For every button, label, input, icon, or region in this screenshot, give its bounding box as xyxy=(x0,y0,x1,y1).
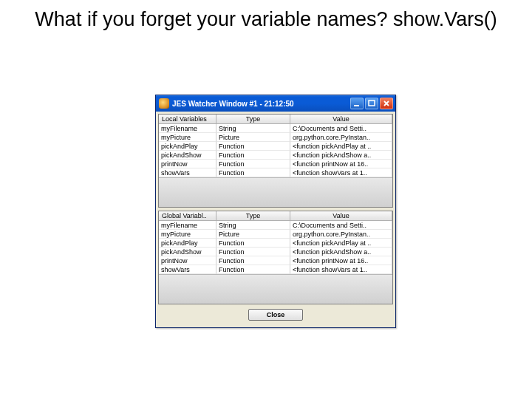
global-value-cell: <function pickAndShow a.. xyxy=(290,248,392,256)
svg-rect-1 xyxy=(369,100,375,106)
global-type-cell: Function xyxy=(216,265,290,274)
local-type-cell: Function xyxy=(216,142,290,151)
local-name-cell: pickAndShow xyxy=(159,151,216,160)
local-value-cell: C:\Documents and Setti.. xyxy=(290,124,392,133)
local-value-cell: <function pickAndShow a.. xyxy=(290,151,392,160)
global-filler xyxy=(159,274,392,304)
global-type-cell: Function xyxy=(216,256,290,265)
col-global-type[interactable]: Type xyxy=(216,211,290,221)
minimize-button[interactable] xyxy=(350,98,364,109)
local-vars-header[interactable]: Local Variables Type Value xyxy=(159,115,392,124)
close-button[interactable]: Close xyxy=(248,309,304,321)
table-row[interactable]: pickAndPlayFunction<function pickAndPlay… xyxy=(159,142,392,151)
global-name-cell: pickAndShow xyxy=(159,248,216,256)
table-row[interactable]: pickAndPlayFunction<function pickAndPlay… xyxy=(159,239,392,248)
global-name-cell: printNow xyxy=(159,256,216,265)
table-row[interactable]: pickAndShowFunction<function pickAndShow… xyxy=(159,151,392,160)
global-value-cell: <function pickAndPlay at .. xyxy=(290,239,392,248)
local-value-cell: <function showVars at 1.. xyxy=(290,168,392,177)
global-type-cell: Function xyxy=(216,239,290,248)
col-local-name[interactable]: Local Variables xyxy=(159,115,216,124)
local-value-cell: org.python.core.PyInstan.. xyxy=(290,133,392,142)
global-value-cell: <function showVars at 1.. xyxy=(290,265,392,274)
global-type-cell: Picture xyxy=(216,230,290,239)
global-vars-table[interactable]: Global Variabl.. Type Value myFilenameSt… xyxy=(158,211,393,304)
global-name-cell: pickAndPlay xyxy=(159,239,216,248)
app-icon xyxy=(159,98,169,109)
global-value-cell: <function printNow at 16.. xyxy=(290,256,392,265)
table-row[interactable]: printNowFunction<function printNow at 16… xyxy=(159,256,392,265)
global-value-cell: C:\Documents and Setti.. xyxy=(290,221,392,230)
local-type-cell: String xyxy=(216,124,290,133)
local-value-cell: <function pickAndPlay at .. xyxy=(290,142,392,151)
table-row[interactable]: myPicturePictureorg.python.core.PyInstan… xyxy=(159,230,392,239)
global-type-cell: String xyxy=(216,221,290,230)
local-type-cell: Function xyxy=(216,151,290,160)
close-window-button[interactable] xyxy=(380,98,393,109)
local-filler xyxy=(159,177,392,207)
watcher-window: JES Watcher Window #1 - 21:12:50 Local V… xyxy=(155,95,396,328)
table-row[interactable]: myPicturePictureorg.python.core.PyInstan… xyxy=(159,133,392,142)
local-name-cell: showVars xyxy=(159,168,216,177)
table-row[interactable]: myFilenameStringC:\Documents and Setti.. xyxy=(159,124,392,133)
col-global-name[interactable]: Global Variabl.. xyxy=(159,211,216,221)
table-row[interactable]: showVarsFunction<function showVars at 1.… xyxy=(159,168,392,177)
table-row[interactable]: printNowFunction<function printNow at 16… xyxy=(159,160,392,168)
local-name-cell: myFilename xyxy=(159,124,216,133)
global-name-cell: myFilename xyxy=(159,221,216,230)
global-type-cell: Function xyxy=(216,248,290,256)
global-name-cell: myPicture xyxy=(159,230,216,239)
local-name-cell: printNow xyxy=(159,160,216,168)
maximize-button[interactable] xyxy=(365,98,378,109)
slide-title: What if you forget your variable names? … xyxy=(30,7,502,33)
table-row[interactable]: pickAndShowFunction<function pickAndShow… xyxy=(159,248,392,256)
titlebar[interactable]: JES Watcher Window #1 - 21:12:50 xyxy=(156,95,395,112)
local-value-cell: <function printNow at 16.. xyxy=(290,160,392,168)
local-name-cell: pickAndPlay xyxy=(159,142,216,151)
svg-rect-0 xyxy=(354,105,359,106)
global-vars-header[interactable]: Global Variabl.. Type Value xyxy=(159,211,392,221)
local-type-cell: Function xyxy=(216,160,290,168)
col-global-value[interactable]: Value xyxy=(290,211,392,221)
col-local-type[interactable]: Type xyxy=(216,115,290,124)
local-type-cell: Picture xyxy=(216,133,290,142)
local-type-cell: Function xyxy=(216,168,290,177)
table-row[interactable]: showVarsFunction<function showVars at 1.… xyxy=(159,265,392,274)
local-vars-table[interactable]: Local Variables Type Value myFilenameStr… xyxy=(158,114,393,208)
col-local-value[interactable]: Value xyxy=(290,115,392,124)
local-name-cell: myPicture xyxy=(159,133,216,142)
client-area: Local Variables Type Value myFilenameStr… xyxy=(156,112,395,327)
window-title: JES Watcher Window #1 - 21:12:50 xyxy=(172,100,350,108)
global-name-cell: showVars xyxy=(159,265,216,274)
global-value-cell: org.python.core.PyInstan.. xyxy=(290,230,392,239)
table-row[interactable]: myFilenameStringC:\Documents and Setti.. xyxy=(159,221,392,230)
